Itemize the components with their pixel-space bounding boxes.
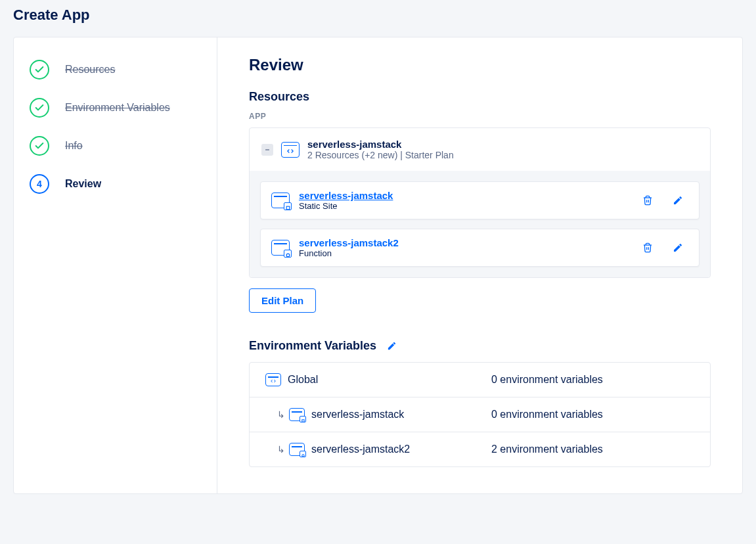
app-header-row: serverless-jamstack 2 Resources (+2 new)… (250, 128, 710, 171)
edit-env-vars-button[interactable] (387, 341, 397, 351)
wizard-sidebar: Resources Environment Variables Info 4 R… (14, 37, 217, 493)
trash-icon (642, 242, 653, 253)
delete-resource-button[interactable] (637, 190, 658, 211)
env-vars-section-title: Environment Variables (249, 339, 711, 353)
resource-type: Static Site (299, 201, 628, 211)
pencil-icon (387, 341, 397, 351)
env-vars-title-text: Environment Variables (249, 339, 376, 353)
trash-icon (642, 195, 653, 206)
env-row-function: ↳ serverless-jamstack2 2 environment var… (250, 432, 710, 466)
resource-type: Function (299, 248, 628, 258)
resource-row-function: serverless-jamstack2 Function (260, 229, 700, 267)
step-label: Info (65, 140, 83, 152)
function-icon (289, 443, 305, 456)
env-scope-name: serverless-jamstack (311, 409, 404, 420)
step-review[interactable]: 4 Review (30, 165, 201, 203)
env-count: 0 environment variables (491, 409, 603, 420)
edit-resource-button[interactable] (667, 190, 688, 211)
app-summary-box: serverless-jamstack 2 Resources (+2 new)… (249, 127, 711, 278)
svg-point-4 (301, 454, 303, 456)
create-app-card: Resources Environment Variables Info 4 R… (13, 37, 743, 494)
svg-point-2 (286, 254, 290, 257)
step-resources[interactable]: Resources (30, 51, 201, 89)
global-icon (265, 373, 281, 386)
page-title: Create App (13, 0, 743, 37)
env-vars-table: Global 0 environment variables ↳ serverl… (249, 362, 711, 467)
function-icon (271, 240, 290, 256)
env-row-global: Global 0 environment variables (250, 363, 710, 397)
app-caption: APP (249, 112, 711, 121)
env-row-static-site: ↳ serverless-jamstack 0 environment vari… (250, 397, 710, 432)
pencil-icon (673, 242, 683, 253)
step-env-vars[interactable]: Environment Variables (30, 89, 201, 127)
pencil-icon (673, 195, 683, 206)
edit-plan-button[interactable]: Edit Plan (249, 288, 316, 313)
collapse-toggle[interactable] (261, 144, 273, 156)
svg-rect-3 (301, 419, 303, 421)
app-children: serverless-jamstack Static Site (250, 171, 710, 277)
check-icon (30, 136, 49, 156)
app-subtitle: 2 Resources (+2 new) | Starter Plan (307, 150, 454, 160)
resource-row-static-site: serverless-jamstack Static Site (260, 181, 700, 219)
check-icon (30, 60, 49, 79)
resource-name-link[interactable]: serverless-jamstack (299, 190, 628, 201)
edit-resource-button[interactable] (667, 237, 688, 258)
step-label: Review (65, 178, 101, 190)
delete-resource-button[interactable] (637, 237, 658, 258)
env-scope-name: serverless-jamstack2 (311, 443, 410, 455)
indent-arrow-icon: ↳ (277, 409, 285, 420)
resource-name-link[interactable]: serverless-jamstack2 (299, 237, 628, 248)
app-icon (281, 142, 300, 158)
indent-arrow-icon: ↳ (277, 444, 285, 455)
resources-section-title: Resources (249, 90, 711, 104)
main-content: Review Resources APP serverless-jamstack… (217, 37, 742, 493)
app-name: serverless-jamstack (307, 139, 454, 150)
static-site-icon (271, 193, 290, 208)
step-label: Environment Variables (65, 102, 170, 114)
svg-rect-1 (286, 206, 290, 210)
step-info[interactable]: Info (30, 127, 201, 165)
review-heading: Review (249, 56, 711, 74)
static-site-icon (289, 408, 305, 421)
step-number-icon: 4 (30, 174, 49, 194)
env-scope-name: Global (288, 374, 318, 386)
env-count: 0 environment variables (491, 374, 603, 386)
step-label: Resources (65, 64, 115, 76)
env-count: 2 environment variables (491, 443, 603, 455)
check-icon (30, 98, 49, 118)
